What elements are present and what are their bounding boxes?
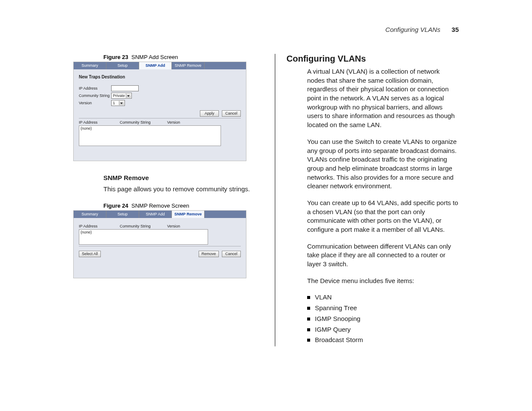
fig24-table-header: IP Address Community String Version: [79, 224, 241, 228]
fig23-section-title: New Traps Destination: [79, 75, 241, 79]
paragraph: A virtual LAN (VLAN) is a collection of …: [307, 67, 459, 130]
label-ip: IP Address: [79, 86, 111, 90]
fig23-table-header: IP Address Community String Version: [79, 120, 241, 125]
figure24-caption: Figure 24 SNMP Remove Screen: [103, 202, 257, 209]
list-item: VLAN: [307, 293, 459, 302]
cancel-button[interactable]: Cancel: [222, 251, 241, 257]
paragraph: You can use the Switch to create VLANs t…: [307, 137, 459, 191]
tab-snmp-remove[interactable]: SNMP Remove: [172, 211, 205, 218]
snmp-remove-paragraph: This page allows you to remove community…: [103, 185, 257, 194]
apply-button[interactable]: Apply: [200, 110, 219, 117]
version-select[interactable]: 1: [111, 100, 125, 106]
device-menu-list: VLAN Spanning Tree IGMP Snooping IGMP Qu…: [307, 293, 459, 344]
figure23-screenshot: Summary Setup SNMP Add SNMP Remove New T…: [73, 62, 246, 161]
ip-address-input[interactable]: [111, 85, 139, 91]
page-number: 35: [451, 26, 459, 33]
fig23-tabs: Summary Setup SNMP Add SNMP Remove: [74, 62, 246, 69]
tab-summary[interactable]: Summary: [74, 62, 106, 69]
list-item: Spanning Tree: [307, 304, 459, 313]
remove-button[interactable]: Remove: [199, 251, 219, 257]
cancel-button[interactable]: Cancel: [222, 110, 241, 117]
select-all-button[interactable]: Select All: [79, 251, 101, 257]
fig24-listbox[interactable]: (none): [79, 229, 208, 245]
paragraph: Communication between different VLANs ca…: [307, 242, 459, 269]
snmp-remove-heading: SNMP Remove: [103, 174, 257, 181]
figure23-caption: Figure 23 SNMP Add Screen: [103, 54, 257, 60]
label-community: Community String: [79, 93, 111, 98]
running-title: Configuring VLANs: [386, 26, 441, 33]
list-item: IGMP Snooping: [307, 314, 459, 324]
tab-snmp-add[interactable]: SNMP Add: [139, 62, 172, 69]
tab-snmp-add[interactable]: SNMP Add: [139, 211, 172, 218]
section-heading: Configuring VLANs: [286, 54, 459, 64]
list-item: Broadcast Storm: [307, 336, 459, 345]
list-item: IGMP Query: [307, 325, 459, 334]
paragraph: The Device menu includes five items:: [307, 277, 459, 286]
community-string-select[interactable]: Private: [111, 93, 132, 99]
fig23-listbox[interactable]: (none): [79, 125, 221, 146]
figure24-screenshot: Summary Setup SNMP Add SNMP Remove IP Ad…: [73, 210, 246, 278]
tab-setup[interactable]: Setup: [106, 62, 139, 69]
tab-snmp-remove[interactable]: SNMP Remove: [172, 62, 205, 69]
tab-setup[interactable]: Setup: [106, 211, 139, 218]
tab-summary[interactable]: Summary: [74, 211, 106, 218]
paragraph: You can create up to 64 VLANs, add speci…: [307, 199, 459, 234]
label-version: Version: [79, 101, 111, 105]
running-header: Configuring VLANs 35: [73, 26, 459, 33]
fig24-tabs: Summary Setup SNMP Add SNMP Remove: [74, 211, 246, 218]
